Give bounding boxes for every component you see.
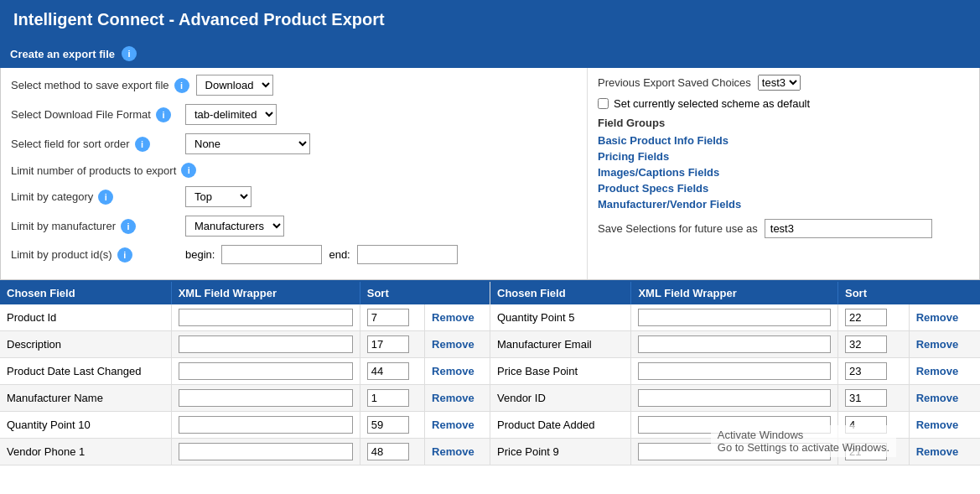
limit-category-info-icon[interactable]: i (98, 190, 113, 205)
right-table-row: Price Base Point Remove (490, 358, 980, 385)
save-selections-input[interactable] (765, 219, 932, 238)
right-table-row: Product Date Added Remove (490, 412, 980, 439)
right-xml-input-3[interactable] (638, 389, 831, 407)
save-method-info-icon[interactable]: i (174, 78, 189, 93)
field-group-link-pricing[interactable]: Pricing Fields (598, 150, 969, 163)
right-xml-input-2[interactable] (638, 362, 831, 380)
right-field-2: Price Base Point (490, 358, 631, 385)
right-sort-input-3[interactable] (845, 389, 887, 407)
left-field-4: Quantity Point 10 (0, 412, 171, 439)
left-xml-input-1[interactable] (179, 335, 353, 353)
left-remove-link-4[interactable]: Remove (432, 419, 474, 431)
left-col-xml-wrapper: XML Field Wrapper (171, 282, 360, 304)
left-table: Chosen Field XML Field Wrapper Sort Prod… (0, 282, 490, 465)
right-sort-input-4[interactable] (845, 416, 887, 434)
right-field-4: Product Date Added (490, 412, 631, 439)
limit-product-ids-label: Limit by product id(s) i (11, 247, 179, 263)
left-xml-2 (171, 358, 360, 385)
left-remove-link-5[interactable]: Remove (432, 445, 474, 458)
limit-manufacturer-select[interactable]: Manufacturers All (185, 216, 284, 237)
download-format-label: Select Download File Format i (11, 107, 179, 122)
limit-product-ids-row: Limit by product id(s) i begin: end: (11, 245, 577, 264)
right-remove-link-4[interactable]: Remove (916, 419, 959, 431)
left-remove-link-0[interactable]: Remove (432, 311, 474, 324)
right-sort-input-2[interactable] (845, 362, 887, 380)
left-xml-4 (171, 412, 360, 439)
field-group-link-images[interactable]: Images/Captions Fields (598, 166, 969, 179)
set-default-checkbox[interactable] (598, 98, 609, 109)
left-table-row: Product Date Last Changed Remove (0, 358, 490, 385)
sort-field-row: Select field for sort order i None Produ… (11, 133, 577, 154)
left-xml-input-0[interactable] (179, 309, 353, 326)
left-xml-input-5[interactable] (179, 443, 353, 460)
right-sort-4 (837, 412, 909, 439)
tables-wrapper: Chosen Field XML Field Wrapper Sort Prod… (0, 280, 980, 465)
end-input[interactable] (357, 245, 458, 264)
left-sort-4 (360, 412, 424, 439)
right-xml-3 (631, 385, 838, 412)
section-header: Create an export file i (0, 39, 980, 68)
left-xml-5 (171, 439, 360, 465)
limit-category-select[interactable]: Top All Custom (185, 186, 251, 207)
right-remove-link-2[interactable]: Remove (916, 365, 959, 377)
right-remove-link-3[interactable]: Remove (916, 392, 959, 404)
right-xml-input-5[interactable] (638, 443, 831, 460)
left-remove-link-2[interactable]: Remove (432, 365, 474, 377)
left-field-5: Vendor Phone 1 (0, 439, 171, 465)
field-group-link-basic[interactable]: Basic Product Info Fields (598, 134, 969, 147)
right-table-row: Vendor ID Remove (490, 385, 980, 412)
right-xml-input-1[interactable] (638, 335, 831, 353)
sort-field-select[interactable]: None Product Id Description Manufacturer… (185, 133, 310, 154)
left-xml-input-4[interactable] (179, 416, 353, 434)
right-xml-4 (631, 412, 838, 439)
left-sort-input-2[interactable] (367, 362, 409, 380)
left-xml-input-2[interactable] (179, 362, 353, 380)
end-label: end: (329, 248, 350, 261)
right-table-row: Price Point 9 Remove (490, 439, 980, 465)
right-remove-link-1[interactable]: Remove (916, 338, 959, 351)
limit-manufacturer-info-icon[interactable]: i (121, 219, 136, 234)
left-remove-link-3[interactable]: Remove (432, 392, 474, 404)
right-xml-5 (631, 439, 838, 465)
save-selections-label: Save Selections for future use as (598, 222, 758, 235)
right-sort-input-0[interactable] (845, 309, 887, 326)
save-method-label: Select method to save export file i (11, 78, 189, 93)
right-remove-link-0[interactable]: Remove (916, 311, 959, 324)
begin-input[interactable] (221, 245, 322, 264)
limit-number-info-icon[interactable]: i (181, 163, 196, 178)
field-group-link-manufacturer[interactable]: Manufacturer/Vendor Fields (598, 198, 969, 211)
prev-export-select[interactable]: test3 test1 test2 (758, 75, 801, 91)
right-col-sort: Sort (837, 282, 980, 304)
tables-section: Chosen Field XML Field Wrapper Sort Prod… (0, 280, 980, 465)
right-xml-input-0[interactable] (638, 309, 831, 326)
left-sort-input-1[interactable] (367, 335, 409, 353)
limit-product-ids-info-icon[interactable]: i (117, 247, 132, 263)
left-sort-input-5[interactable] (367, 443, 409, 460)
sort-field-info-icon[interactable]: i (135, 137, 150, 152)
right-sort-input-1[interactable] (845, 335, 887, 353)
left-sort-input-3[interactable] (367, 389, 409, 407)
right-panel: Previous Export Saved Choices test3 test… (588, 68, 979, 279)
left-remove-link-1[interactable]: Remove (432, 338, 474, 351)
right-xml-input-4[interactable] (638, 416, 831, 434)
save-selections-row: Save Selections for future use as (598, 219, 969, 238)
left-panel: Select method to save export file i Down… (1, 68, 588, 279)
left-col-sort: Sort (360, 282, 490, 304)
section-header-info-icon[interactable]: i (122, 46, 137, 61)
left-table-row: Quantity Point 10 Remove (0, 412, 490, 439)
left-field-2: Product Date Last Changed (0, 358, 171, 385)
left-sort-input-4[interactable] (367, 416, 409, 434)
left-sort-5 (360, 439, 424, 465)
save-method-select[interactable]: Download Email FTP (196, 75, 273, 96)
right-sort-1 (837, 331, 909, 358)
field-group-link-specs[interactable]: Product Specs Fields (598, 182, 969, 195)
left-xml-input-3[interactable] (179, 389, 353, 407)
right-sort-input-5[interactable] (845, 443, 887, 460)
left-sort-input-0[interactable] (367, 309, 409, 326)
right-sort-3 (837, 385, 909, 412)
left-xml-1 (171, 331, 360, 358)
download-format-select[interactable]: tab-delimited CSV XML (185, 104, 277, 125)
right-remove-link-5[interactable]: Remove (916, 445, 959, 458)
left-sort-0 (360, 304, 424, 331)
download-format-info-icon[interactable]: i (156, 107, 171, 122)
